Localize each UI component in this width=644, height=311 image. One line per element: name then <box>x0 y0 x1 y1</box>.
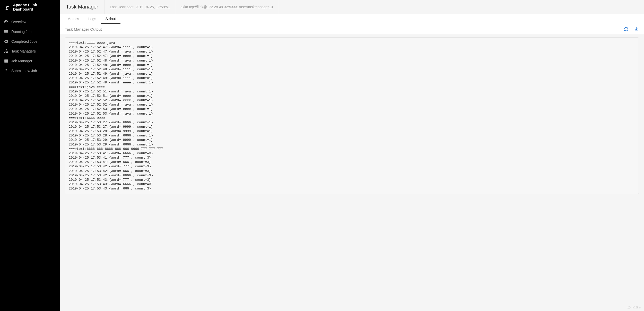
watermark: 亿速云 <box>626 305 641 309</box>
sidebar-item-label: Overview <box>11 20 26 24</box>
app-root: Apache Flink Dashboard Overview Running … <box>0 0 644 311</box>
watermark-text: 亿速云 <box>632 305 641 309</box>
brand-title: Apache Flink Dashboard <box>13 3 56 11</box>
svg-point-0 <box>8 6 9 6</box>
nav: Overview Running Jobs Completed Jobs Tas… <box>0 14 60 76</box>
sidebar-item-task-managers[interactable]: Task Managers <box>0 46 60 56</box>
svg-point-11 <box>5 60 5 61</box>
taskmanager-path: akka.tcp://flink@172.28.49.32:53331/user… <box>175 0 278 14</box>
svg-rect-5 <box>6 49 7 50</box>
sidebar-item-completed-jobs[interactable]: Completed Jobs <box>0 37 60 46</box>
server-icon <box>4 59 8 63</box>
download-icon <box>634 27 639 31</box>
section-actions <box>624 27 639 31</box>
flink-logo-icon <box>4 4 10 10</box>
tasks-icon <box>4 30 8 34</box>
last-heartbeat: Last Heartbeat: 2019-04-25, 17:59:51 <box>105 0 176 14</box>
main: Task Manager Last Heartbeat: 2019-04-25,… <box>60 0 644 311</box>
svg-rect-7 <box>6 52 7 53</box>
sitemap-icon <box>4 49 8 53</box>
refresh-button[interactable] <box>624 27 629 31</box>
refresh-icon <box>624 27 629 31</box>
sidebar-item-label: Job Manager <box>11 59 32 63</box>
dashboard-icon <box>4 20 8 24</box>
section-title: Task Manager Output <box>65 27 102 31</box>
sidebar-item-label: Task Managers <box>11 49 36 53</box>
stdout-output[interactable]: ===>text:1111 eeee java 2019-04-25 17:52… <box>65 37 639 194</box>
brand: Apache Flink Dashboard <box>0 0 60 14</box>
tab-metrics[interactable]: Metrics <box>63 14 84 24</box>
sidebar-item-label: Submit new Job <box>11 69 37 73</box>
sidebar-item-label: Running Jobs <box>11 30 33 34</box>
topbar: Task Manager Last Heartbeat: 2019-04-25,… <box>60 0 644 14</box>
section-header: Task Manager Output <box>60 24 644 34</box>
output-container: ===>text:1111 eeee java 2019-04-25 17:52… <box>60 34 644 198</box>
sidebar-item-label: Completed Jobs <box>11 39 37 44</box>
sidebar-item-job-manager[interactable]: Job Manager <box>0 56 60 66</box>
sidebar-item-running-jobs[interactable]: Running Jobs <box>0 27 60 37</box>
svg-rect-3 <box>4 32 8 33</box>
svg-rect-1 <box>4 30 8 31</box>
tab-logs[interactable]: Logs <box>84 14 101 24</box>
svg-rect-8 <box>7 52 8 53</box>
tab-label: Metrics <box>67 17 79 21</box>
sidebar-item-submit-job[interactable]: Submit new Job <box>0 66 60 76</box>
svg-rect-6 <box>4 52 5 53</box>
tab-label: Logs <box>88 17 96 21</box>
sidebar-item-overview[interactable]: Overview <box>0 17 60 27</box>
svg-rect-2 <box>4 31 8 32</box>
tab-label: Stdout <box>105 17 116 21</box>
upload-icon <box>4 69 8 73</box>
tab-stdout[interactable]: Stdout <box>101 14 120 24</box>
download-button[interactable] <box>634 27 639 31</box>
svg-point-12 <box>5 62 5 62</box>
tabs: Metrics Logs Stdout <box>60 14 644 24</box>
sidebar: Apache Flink Dashboard Overview Running … <box>0 0 60 311</box>
page-title: Task Manager <box>60 0 105 14</box>
check-circle-icon <box>4 39 8 44</box>
cloud-icon <box>626 306 631 309</box>
